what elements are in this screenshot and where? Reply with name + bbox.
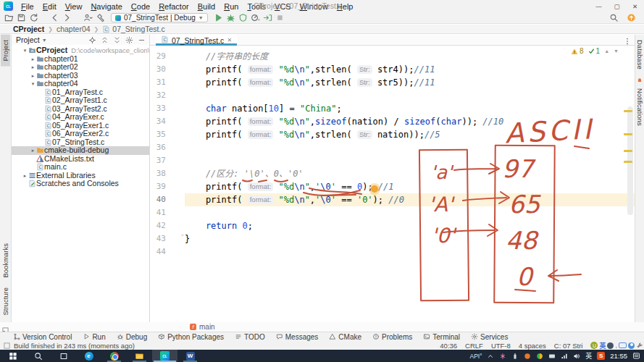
indent-setting[interactable]: 4 spaces: [519, 342, 546, 350]
toolwindow-messages[interactable]: Messages: [276, 333, 319, 341]
wrench-icon[interactable]: [636, 342, 643, 349]
toolwindow-debug[interactable]: Debug: [117, 333, 147, 341]
menu-build[interactable]: Build: [193, 1, 219, 12]
tree-item-07-stringtest-c[interactable]: C07_StringTest.c: [12, 138, 149, 147]
back-icon[interactable]: [49, 12, 61, 23]
tree-item-cproject[interactable]: ▾CProjectD:\code\workspace_clion\CProjec…: [12, 46, 149, 55]
forward-icon[interactable]: [61, 12, 73, 23]
softkeyboard-icon[interactable]: [619, 342, 627, 348]
toolwindow-cmake[interactable]: CMake: [329, 333, 361, 341]
toolwindow-problems[interactable]: Problems: [372, 333, 412, 341]
caret-position[interactable]: 40:36: [440, 342, 457, 350]
menu-refactor[interactable]: Refactor: [154, 1, 193, 12]
chevron-icon[interactable]: ▾: [30, 80, 36, 88]
maximize-button[interactable]: ▢: [608, 0, 626, 12]
sidebar-tab-notifications[interactable]: Notifications: [636, 83, 644, 131]
function-breadcrumb[interactable]: f main: [190, 322, 215, 332]
tree-item-chapter04[interactable]: ▾chapter04: [12, 80, 149, 88]
expand-all-icon[interactable]: [101, 36, 109, 44]
line-ending[interactable]: CRLF: [465, 342, 483, 350]
ime-language-icon[interactable]: 英: [599, 341, 606, 350]
update-icon[interactable]: [625, 12, 637, 23]
taskbar-app-chrome[interactable]: [101, 350, 127, 362]
tree-item-05-arrayexer1-c[interactable]: C05_ArrayExer1.c: [12, 122, 149, 130]
start-button[interactable]: [0, 350, 25, 362]
coverage-icon[interactable]: [237, 12, 249, 23]
project-panel-title[interactable]: Project: [16, 35, 40, 44]
menu-edit[interactable]: Edit: [38, 1, 61, 12]
sogou-logo-icon[interactable]: U: [590, 342, 598, 349]
tree-item-04-arrayexer-c[interactable]: C04_ArrayExer.c: [12, 113, 149, 122]
run-config-select[interactable]: 07_StringTest | Debug ▼: [111, 13, 208, 22]
taskbar-clock[interactable]: 21:55: [610, 352, 627, 360]
minimize-button[interactable]: —: [590, 0, 608, 12]
sync-icon[interactable]: [28, 12, 40, 23]
toolbox-icon[interactable]: [524, 353, 531, 360]
breadcrumb-item[interactable]: C07_StringTest.c: [102, 25, 164, 33]
media-icon[interactable]: [548, 353, 556, 360]
hide-icon[interactable]: [138, 36, 146, 44]
tray-chevron-icon[interactable]: [487, 353, 494, 360]
prev-issue-icon[interactable]: ▲: [604, 49, 609, 54]
sidebar-tab-bookmarks[interactable]: Bookmarks: [1, 238, 10, 283]
open-icon[interactable]: [3, 12, 15, 23]
tree-item-main-c[interactable]: Cmain.c: [12, 163, 149, 172]
typos-count[interactable]: 1: [588, 47, 601, 55]
chevron-icon[interactable]: ▸: [30, 63, 36, 72]
taskbar-app-clion[interactable]: CL: [152, 350, 177, 362]
close-button[interactable]: ✕: [626, 0, 644, 12]
editor-tab[interactable]: C 07_StringTest.c ✕: [156, 35, 237, 46]
account-icon[interactable]: [628, 342, 635, 349]
taskbar-app-explorer[interactable]: [127, 350, 152, 362]
chevron-icon[interactable]: ▸: [30, 55, 36, 64]
notification-center-icon[interactable]: [632, 352, 640, 360]
editor-scrollbar[interactable]: [622, 46, 635, 322]
search-icon[interactable]: [608, 12, 620, 23]
volume-icon[interactable]: [573, 353, 580, 360]
network-icon[interactable]: [561, 353, 568, 360]
usb-icon[interactable]: [511, 353, 519, 360]
tree-item-03-arraytest2-c[interactable]: C03_ArrayTest2.c: [12, 105, 149, 114]
chevron-icon[interactable]: ▾: [22, 46, 28, 55]
toolwindow-services[interactable]: Services: [471, 333, 508, 341]
tree-item-cmake-build-debug[interactable]: ▸cmake-build-debug: [12, 146, 149, 155]
gear-icon[interactable]: [125, 36, 133, 44]
attach-icon[interactable]: [262, 12, 274, 23]
menu-file[interactable]: File: [17, 1, 38, 12]
tree-item-01-arraytest-c[interactable]: C01_ArrayTest.c: [12, 88, 149, 97]
tree-item-chapter01[interactable]: ▸chapter01: [12, 55, 149, 64]
close-tab-icon[interactable]: ✕: [227, 37, 232, 43]
menu-view[interactable]: View: [61, 1, 87, 12]
menu-code[interactable]: Code: [127, 1, 154, 12]
toolwindow-run[interactable]: Run: [83, 333, 105, 341]
fold-marker-icon[interactable]: ⌃: [180, 234, 185, 240]
task-view-button[interactable]: [51, 350, 76, 362]
chevron-icon[interactable]: ▸: [30, 72, 36, 80]
hammer-icon[interactable]: [94, 12, 106, 23]
taskbar-search-button[interactable]: [25, 350, 51, 362]
chevron-icon[interactable]: ▸: [30, 146, 36, 155]
colorapp-icon[interactable]: [536, 353, 543, 360]
tree-item-scratches-and-consoles[interactable]: Scratches and Consoles: [12, 180, 149, 188]
taskbar-app-edge[interactable]: e: [76, 350, 101, 362]
breadcrumb-item[interactable]: CProject: [13, 25, 44, 33]
status-message[interactable]: Build finished in 243 ms (moments ago): [14, 342, 135, 350]
sidebar-tab-database[interactable]: Database: [636, 35, 644, 75]
flower-icon[interactable]: [499, 353, 506, 360]
file-encoding[interactable]: UTF-8: [491, 342, 511, 350]
menu-run[interactable]: Run: [219, 1, 243, 12]
sogou-tray-icon[interactable]: S: [597, 352, 605, 360]
menu-navigate[interactable]: Navigate: [86, 1, 126, 12]
run-icon[interactable]: [212, 12, 225, 23]
code-editor-area[interactable]: 29303132333435363738394041424344 ⌃ //字符串…: [150, 46, 635, 322]
toolwindow-python-packages[interactable]: Python Packages: [158, 333, 224, 341]
moon-icon[interactable]: [607, 342, 614, 349]
warnings-count[interactable]: 8: [571, 47, 584, 55]
inspections-widget[interactable]: 8 1 ▲ ▼: [571, 47, 619, 55]
sidebar-tab-project[interactable]: Project: [1, 35, 10, 67]
tree-item-chapter03[interactable]: ▸chapter03: [12, 72, 149, 80]
tree-item-06-arrayexer2-c[interactable]: C06_ArrayExer2.c: [12, 130, 149, 138]
tree-item-chapter02[interactable]: ▸chapter02: [12, 63, 149, 72]
collapse-all-icon[interactable]: [113, 36, 121, 44]
chevron-icon[interactable]: ▸: [22, 172, 28, 180]
